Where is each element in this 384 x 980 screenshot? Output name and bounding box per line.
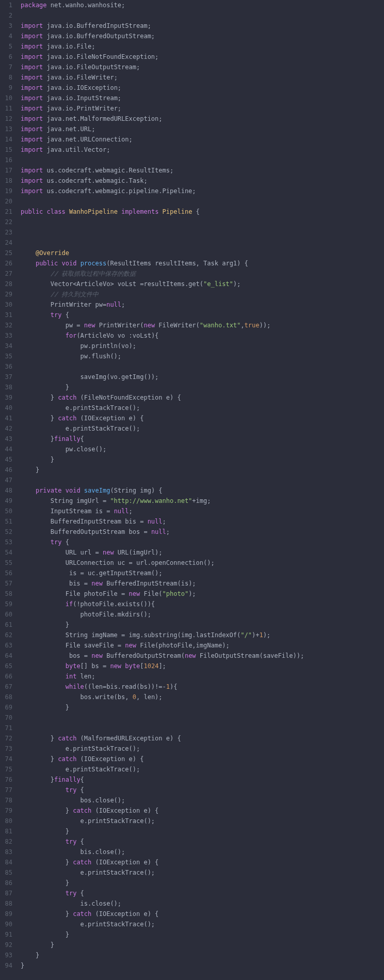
code-line[interactable]	[21, 227, 384, 238]
code-line[interactable]: e.printStackTrace();	[21, 403, 384, 413]
code-line[interactable]: }finally{	[21, 434, 384, 444]
code-line[interactable]: package net.wanho.wanhosite;	[21, 0, 384, 10]
code-line[interactable]: import java.io.FileNotFoundException;	[21, 52, 384, 62]
code-line[interactable]: try {	[21, 310, 384, 320]
code-line[interactable]: is.close();	[21, 898, 384, 909]
code-line[interactable]: try {	[21, 537, 384, 547]
code-line[interactable]: e.printStackTrace();	[21, 744, 384, 754]
code-line[interactable]: import us.codecraft.webmagic.pipeline.Pi…	[21, 186, 384, 196]
code-line[interactable]: pw.close();	[21, 444, 384, 454]
code-line[interactable]	[21, 713, 384, 723]
code-line[interactable]: is = uc.getInputStream();	[21, 568, 384, 578]
code-line[interactable]: URLConnection uc = url.openConnection();	[21, 558, 384, 568]
line-number: 69	[0, 702, 12, 713]
code-line[interactable]: e.printStackTrace();	[21, 816, 384, 826]
code-line[interactable]	[21, 238, 384, 248]
code-line[interactable]: }finally{	[21, 774, 384, 785]
code-line[interactable]: import us.codecraft.webmagic.Task;	[21, 176, 384, 186]
code-line[interactable]: }	[21, 929, 384, 940]
code-line[interactable]: @Override	[21, 248, 384, 258]
code-line[interactable]: }	[21, 878, 384, 888]
code-line[interactable]: }	[21, 960, 384, 971]
code-line[interactable]: String imgName = img.substring(img.lastI…	[21, 630, 384, 640]
code-line[interactable]	[21, 361, 384, 372]
code-line[interactable]: import java.io.BufferedOutputStream;	[21, 31, 384, 41]
code-line[interactable]: import java.io.File;	[21, 41, 384, 52]
code-line[interactable]: import java.io.BufferedInputStream;	[21, 21, 384, 31]
code-line[interactable]	[21, 196, 384, 207]
code-line[interactable]: e.printStackTrace();	[21, 423, 384, 434]
code-line[interactable]: }	[21, 702, 384, 713]
code-line[interactable]: public void process(ResultItems resultIt…	[21, 258, 384, 268]
code-line[interactable]: Vector<ArticleVo> voLst =resultItems.get…	[21, 279, 384, 289]
code-line[interactable]: import java.io.IOException;	[21, 83, 384, 93]
code-line[interactable]: }	[21, 940, 384, 950]
code-line[interactable]	[21, 10, 384, 21]
code-line[interactable]: import java.net.URLConnection;	[21, 134, 384, 145]
code-line[interactable]: import java.net.URL;	[21, 124, 384, 134]
code-line[interactable]: bis = new BufferedInputStream(is);	[21, 578, 384, 589]
code-line[interactable]: pw.println(vo);	[21, 341, 384, 351]
code-line[interactable]: try {	[21, 888, 384, 898]
code-line[interactable]: } catch (MalformedURLException e) {	[21, 733, 384, 744]
code-line[interactable]: for(ArticleVo vo :voLst){	[21, 330, 384, 341]
code-line[interactable]: }	[21, 454, 384, 465]
code-line[interactable]: } catch (IOException e) {	[21, 413, 384, 423]
code-line[interactable]: saveImg(vo.getImg());	[21, 372, 384, 382]
code-line[interactable]: import java.io.FileWriter;	[21, 72, 384, 83]
code-line[interactable]: String imgUrl = "http://www.wanho.net"+i…	[21, 496, 384, 506]
code-line[interactable]: bos.write(bs, 0, len);	[21, 692, 384, 702]
code-line[interactable]: e.printStackTrace();	[21, 867, 384, 878]
code-line[interactable]: }	[21, 465, 384, 475]
code-line[interactable]: if(!photoFile.exists()){	[21, 599, 384, 609]
code-line[interactable]: BufferedOutputStream bos = null;	[21, 527, 384, 537]
code-line[interactable]: } catch (IOException e) {	[21, 909, 384, 919]
code-line[interactable]: bos = new BufferedOutputStream(new FileO…	[21, 651, 384, 661]
code-line[interactable]: } catch (IOException e) {	[21, 857, 384, 867]
code-line[interactable]: import java.io.InputStream;	[21, 93, 384, 103]
code-line[interactable]: photoFile.mkdirs();	[21, 609, 384, 620]
code-content[interactable]: package net.wanho.wanhosite; import java…	[17, 0, 384, 971]
code-line[interactable]: import java.io.PrintWriter;	[21, 103, 384, 114]
line-number: 51	[0, 516, 12, 527]
code-line[interactable]	[21, 155, 384, 165]
code-line[interactable]: pw = new PrintWriter(new FileWriter("wan…	[21, 320, 384, 330]
code-line[interactable]: int len;	[21, 671, 384, 682]
code-line[interactable]: e.printStackTrace();	[21, 919, 384, 929]
code-line[interactable]: File photoFile = new File("photo");	[21, 589, 384, 599]
code-line[interactable]	[21, 723, 384, 733]
code-line[interactable]: pw.flush();	[21, 351, 384, 361]
code-line[interactable]: }	[21, 382, 384, 392]
code-line[interactable]: while((len=bis.read(bs))!=-1){	[21, 682, 384, 692]
code-line[interactable]: import java.io.FileOutputStream;	[21, 62, 384, 72]
code-editor[interactable]: 1234567891011121314151617181920212223242…	[0, 0, 384, 971]
code-line[interactable]: } catch (FileNotFoundException e) {	[21, 392, 384, 403]
code-line[interactable]: }	[21, 620, 384, 630]
code-line[interactable]: private void saveImg(String img) {	[21, 485, 384, 496]
code-line[interactable]: // 持久到文件中	[21, 289, 384, 299]
code-line[interactable]: URL url = new URL(imgUrl);	[21, 547, 384, 558]
code-line[interactable]: e.printStackTrace();	[21, 764, 384, 774]
code-line[interactable]: File saveFile = new File(photoFile,imgNa…	[21, 640, 384, 651]
code-line[interactable]: import us.codecraft.webmagic.ResultItems…	[21, 165, 384, 176]
code-line[interactable]: public class WanhoPipeline implements Pi…	[21, 207, 384, 217]
code-line[interactable]: BufferedInputStream bis = null;	[21, 516, 384, 527]
line-number: 29	[0, 289, 12, 299]
code-line[interactable]	[21, 475, 384, 485]
code-line[interactable]: }	[21, 950, 384, 960]
code-line[interactable]: byte[] bs = new byte[1024];	[21, 661, 384, 671]
code-line[interactable]: bis.close();	[21, 847, 384, 857]
code-line[interactable]: bos.close();	[21, 795, 384, 805]
code-line[interactable]: import java.util.Vector;	[21, 145, 384, 155]
code-line[interactable]: try {	[21, 836, 384, 847]
code-line[interactable]: import java.net.MalformedURLException;	[21, 114, 384, 124]
code-line[interactable]: InputStream is = null;	[21, 506, 384, 516]
code-line[interactable]: }	[21, 826, 384, 836]
code-line[interactable]: // 获取抓取过程中保存的数据	[21, 268, 384, 279]
code-line[interactable]	[21, 217, 384, 227]
code-line[interactable]: PrintWriter pw=null;	[21, 299, 384, 310]
code-line[interactable]: } catch (IOException e) {	[21, 805, 384, 816]
code-line[interactable]: } catch (IOException e) {	[21, 754, 384, 764]
line-number: 67	[0, 682, 12, 692]
code-line[interactable]: try {	[21, 785, 384, 795]
